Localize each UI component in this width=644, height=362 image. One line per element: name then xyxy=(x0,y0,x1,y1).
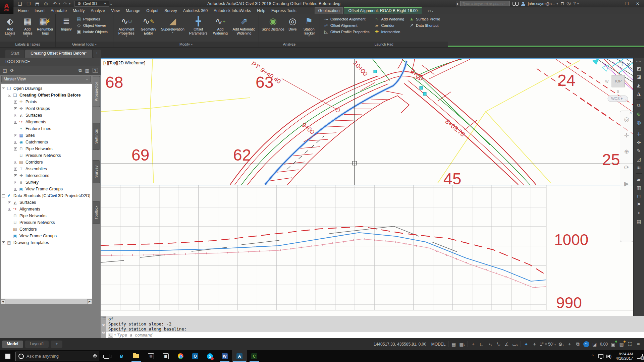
add-automatic-widening-button[interactable]: ⇗Add Automatic Widening xyxy=(231,15,257,35)
viewport-restore-icon[interactable]: ❐ xyxy=(619,62,623,67)
annotation-visibility-icon[interactable]: ✦ xyxy=(523,342,529,347)
point-group-icon[interactable]: ✜ xyxy=(637,140,641,145)
tree-item-ds-pipe-networks[interactable]: ⊓Pipe Networks xyxy=(1,213,92,219)
pipe-tools-icon[interactable]: ⊓ xyxy=(637,193,641,199)
taskbar-store[interactable]: ⊞ xyxy=(144,350,158,362)
autoscale-icon[interactable]: ✦ xyxy=(532,342,538,347)
offset-profile-properties-button[interactable]: ◺Offset Profile Properties xyxy=(323,29,370,34)
tree-item-ds-corridors[interactable]: ▧Corridors xyxy=(1,226,92,233)
tab-annotate[interactable]: Annotate xyxy=(48,8,70,14)
undo-caret-icon[interactable]: ▾ xyxy=(59,2,60,5)
add-labels-button[interactable]: ⬖Add Labels▾ xyxy=(2,15,18,37)
add-tables-button[interactable]: ▦Add Tables▾ xyxy=(19,15,36,37)
command-input-row[interactable]: >_ ▾ Type a command xyxy=(106,332,644,338)
tab-autodesk360[interactable]: Autodesk 360 xyxy=(180,8,211,14)
tree-item-catchments[interactable]: +◉Catchments xyxy=(1,139,92,145)
sight-distance-button[interactable]: ◉Sight Distance xyxy=(261,15,285,32)
taskbar-word[interactable]: W xyxy=(217,350,232,362)
help-caret-icon[interactable]: ▾ xyxy=(577,2,579,5)
geo-location-icon[interactable]: ⊕ xyxy=(637,111,641,117)
renumber-tags-button[interactable]: ▦⚡Renumber Tags xyxy=(37,15,54,35)
station-tracker-button[interactable]: ⚑Station Tracker▾ xyxy=(300,15,318,37)
annotation-scale-selector[interactable]: 1" = 50' ▾ xyxy=(540,342,556,347)
launchpad-add-widening-button[interactable]: ∿Add Widening xyxy=(374,16,405,21)
tab-toolbox[interactable]: Toolbox xyxy=(93,201,100,224)
surface-profile-button[interactable]: ▲Surface Profile xyxy=(409,16,440,21)
tree-item-point-groups[interactable]: +✜Point Groups xyxy=(1,105,92,112)
tab-offset-alignment-contextual[interactable]: Offset Alignment: ROAD B-Right-16.00 xyxy=(344,7,422,14)
view-selector-dropdown[interactable]: Master View⌄ xyxy=(1,76,91,82)
tab-prospector[interactable]: Prospector xyxy=(93,76,100,107)
maximize-button[interactable]: ❐ xyxy=(625,1,629,6)
model-space-toggle[interactable]: MODEL xyxy=(431,342,446,347)
tab-help[interactable]: Help xyxy=(254,8,268,14)
ribbon-display-toggle-icon[interactable]: ⬭ ▾ xyxy=(425,8,436,14)
tree-item-alignments[interactable]: +↷Alignments xyxy=(1,119,92,125)
tree-item-surfaces[interactable]: +◭Surfaces xyxy=(1,112,92,119)
tree-item-assemblies[interactable]: +⌶Assemblies xyxy=(1,166,92,172)
new-drawing-tab-button[interactable]: + xyxy=(93,50,101,58)
panel-title-general-tools[interactable]: General Tools▾ xyxy=(56,42,113,47)
tree-item-intersections[interactable]: +✚Intersections xyxy=(1,172,92,179)
section-tools-icon[interactable]: ▥ xyxy=(637,185,641,190)
performance-monitor-icon[interactable]: ▨ xyxy=(619,342,625,347)
undo-icon[interactable]: ↶ xyxy=(51,1,58,7)
tree-item-open-drawings[interactable]: -❑Open Drawings xyxy=(1,85,92,92)
navigation-bar[interactable]: ✕ ◎ ✛ ⊕ ⟳ ▶ xyxy=(620,111,633,242)
toolspace-toggle-icon[interactable]: ◫ xyxy=(3,68,7,73)
volume-icon[interactable] xyxy=(607,355,610,358)
autocad-logo[interactable]: AC3D xyxy=(0,0,13,14)
annotation-add-icon[interactable]: ＋ xyxy=(567,341,573,347)
taskbar-outlook[interactable]: O xyxy=(188,350,203,362)
exchange-apps-icon[interactable]: Ⓐ xyxy=(567,1,571,7)
microphone-icon[interactable] xyxy=(93,354,96,358)
plan-viewport[interactable]: 68 63 24 69 62 25 45 PT: 9+40.40 9+00 10… xyxy=(101,58,633,185)
network-icon[interactable] xyxy=(598,354,603,358)
navbar-close-icon[interactable]: ✕ xyxy=(629,111,632,115)
taskbar-civil3d[interactable]: A xyxy=(232,350,247,362)
alignment-properties-button[interactable]: ∿⊡Alignment Properties▾ xyxy=(115,15,138,37)
offset-alignment-selected[interactable] xyxy=(265,61,407,185)
drive-button[interactable]: ◎Drive xyxy=(286,15,300,32)
tab-home[interactable]: Home xyxy=(15,8,32,14)
file-tab-drawing[interactable]: Creating Offset Profiles Before* xyxy=(25,50,92,58)
drawing-area[interactable]: 68 63 24 69 62 25 45 PT: 9+40.40 9+00 10… xyxy=(101,58,633,316)
tab-output[interactable]: Output xyxy=(143,8,161,14)
taskbar-calculator[interactable]: ▦ xyxy=(158,350,173,362)
tab-view[interactable]: View xyxy=(108,8,123,14)
interface-lock-icon[interactable]: ⧉ xyxy=(575,341,581,347)
panorama-icon[interactable]: ▥ xyxy=(85,68,89,73)
object-snap-icon[interactable]: ∠ xyxy=(504,342,510,347)
command-history[interactable]: of Specify station slope: -2 Specify sta… xyxy=(106,316,644,332)
tree-item-view-frame-groups[interactable]: +▣View Frame Groups xyxy=(1,186,92,192)
save-icon[interactable]: ⬒ xyxy=(34,1,41,7)
navigation-wheel-icon[interactable]: ◎ xyxy=(624,116,629,123)
tab-survey[interactable]: Survey xyxy=(161,8,180,14)
tree-item-survey[interactable]: +⋔Survey xyxy=(1,179,92,186)
open-icon[interactable]: ❒ xyxy=(25,1,32,7)
hardware-acceleration-icon[interactable]: ◠ xyxy=(583,341,589,347)
toolspace-refresh-icon[interactable]: ⟳ xyxy=(10,68,14,73)
properties-button[interactable]: ▤Properties xyxy=(76,16,108,21)
plot-icon[interactable]: ⎙ xyxy=(42,1,50,7)
dynamic-input-icon[interactable]: ＋ xyxy=(470,341,476,347)
inquiry-button[interactable]: ≣Inquiry xyxy=(57,15,75,32)
help-icon[interactable]: ? xyxy=(573,1,576,6)
grid-display-icon[interactable]: ▦ xyxy=(451,342,457,347)
osnap-tracking-icon[interactable]: ∖▾ xyxy=(495,342,501,347)
tree-item-feature-lines[interactable]: ⌁Feature Lines xyxy=(1,125,92,132)
graphics-status-icon[interactable]: ▣ xyxy=(610,342,616,347)
start-button[interactable] xyxy=(0,350,15,362)
toolspace-title[interactable]: TOOLSPACE xyxy=(0,58,101,66)
surface-profile-blue[interactable] xyxy=(101,233,546,281)
tab-insert[interactable]: Insert xyxy=(32,8,48,14)
workspace-gear-icon[interactable]: ⚙▾ xyxy=(558,342,564,347)
isolate-objects-button[interactable]: ▣Isolate Objects xyxy=(76,29,108,34)
taskbar-content-app[interactable]: C xyxy=(247,350,262,362)
showmotion-icon[interactable]: ▶ xyxy=(624,180,629,187)
command-close-icon[interactable]: ✕ xyxy=(102,323,105,327)
toolspace-horizontal-scrollbar[interactable]: ◀ ▶ xyxy=(1,299,92,304)
point-create-icon[interactable]: ✛ xyxy=(637,131,641,137)
tab-geolocation[interactable]: Geolocation xyxy=(315,7,343,14)
command-prompt-icon[interactable]: >_ xyxy=(108,333,113,338)
